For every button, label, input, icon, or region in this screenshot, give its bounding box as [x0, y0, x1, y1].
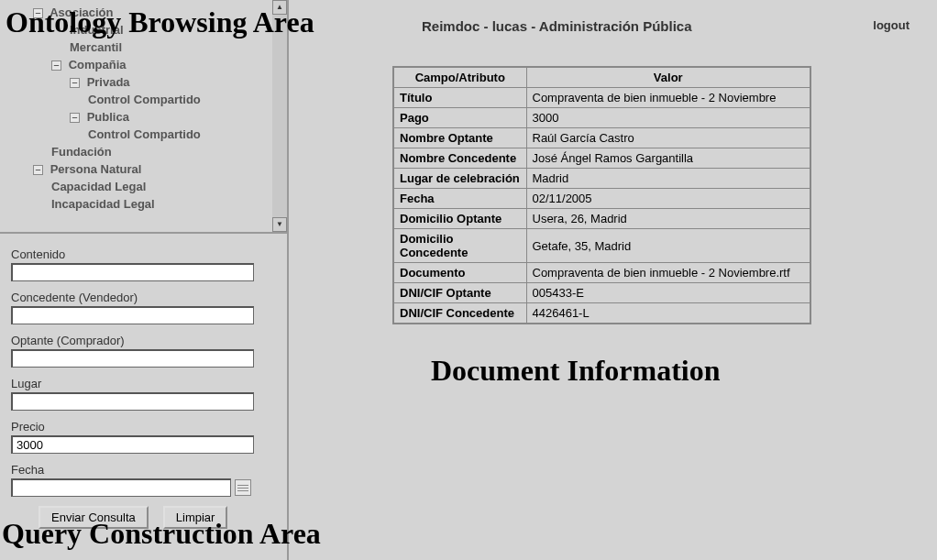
tree-toggle-icon[interactable]: − [70, 113, 80, 123]
tree-toggle-icon[interactable]: − [70, 78, 80, 88]
table-cell-field: Pago [393, 108, 526, 128]
tree-toggle-icon[interactable]: − [51, 60, 61, 71]
concedente-input[interactable] [11, 306, 254, 324]
table-cell-field: DNI/CIF Concedente [393, 303, 526, 324]
top-bar: Reimdoc - lucas - Administración Pública… [422, 18, 928, 34]
table-cell-value: 3000 [526, 108, 810, 128]
tree-node-fundacion[interactable]: Fundación [15, 143, 287, 160]
table-row: Domicilio ConcedenteGetafe, 35, Madrid [393, 229, 810, 263]
tree-label[interactable]: Compañia [69, 58, 127, 71]
tree-label[interactable]: Capacidad Legal [51, 180, 146, 193]
scroll-down-icon[interactable]: ▼ [272, 217, 287, 232]
tree-node-persona-natural[interactable]: − Persona Natural [15, 160, 287, 178]
table-cell-value: Raúl García Castro [526, 128, 810, 148]
table-cell-field: Domicilio Concedente [393, 229, 526, 263]
table-cell-field: Fecha [393, 189, 526, 209]
calendar-icon[interactable] [235, 479, 251, 496]
table-row: Fecha02/11/2005 [393, 189, 810, 209]
precio-label: Precio [11, 420, 277, 434]
table-header-value: Valor [526, 67, 810, 88]
table-row: DNI/CIF Concedente4426461-L [393, 303, 810, 324]
table-cell-value: Getafe, 35, Madrid [526, 229, 810, 263]
table-row: TítuloCompraventa de bien inmueble - 2 N… [393, 88, 810, 108]
tree-label[interactable]: Mercantil [70, 40, 122, 54]
optante-input[interactable] [11, 349, 254, 368]
heading-ontology-browsing: Ontology Browsing Area [6, 5, 314, 39]
table-cell-value: Compraventa de bien inmueble - 2 Noviemb… [526, 263, 810, 283]
table-cell-field: DNI/CIF Optante [393, 283, 526, 303]
table-row: Pago3000 [393, 108, 810, 128]
tree-toggle-icon[interactable]: − [33, 165, 43, 175]
table-cell-value: Madrid [526, 169, 810, 189]
contenido-input[interactable] [11, 263, 254, 281]
tree-node-control-compartido-1[interactable]: Control Compartido [15, 91, 287, 108]
table-header-field: Campo/Atributo [393, 67, 526, 88]
table-cell-field: Nombre Concedente [393, 148, 526, 169]
fecha-input[interactable] [11, 478, 231, 497]
tree-label[interactable]: Control Compartido [88, 93, 201, 106]
tree-label[interactable]: Persona Natural [50, 162, 142, 176]
table-cell-field: Lugar de celebración [393, 169, 526, 189]
table-cell-value: 4426461-L [526, 303, 810, 324]
table-row: Domicilio OptanteUsera, 26, Madrid [393, 209, 810, 229]
tree-node-privada[interactable]: − Privada [15, 73, 287, 91]
tree-node-compania[interactable]: − Compañia [15, 56, 287, 73]
tree-label[interactable]: Fundación [51, 145, 112, 159]
table-cell-field: Domicilio Optante [393, 209, 526, 229]
tree-node-incapacidad-legal[interactable]: Incapacidad Legal [15, 195, 287, 213]
table-cell-value: Compraventa de bien inmueble - 2 Noviemb… [526, 88, 810, 108]
tree-label[interactable]: Publica [87, 110, 129, 124]
query-form: Contenido Concedente (Vendedor) Optante … [11, 247, 277, 529]
table-cell-field: Documento [393, 263, 526, 283]
tree-label[interactable]: Control Compartido [88, 127, 201, 141]
breadcrumb: Reimdoc - lucas - Administración Pública [422, 18, 692, 34]
document-info-table: Campo/Atributo Valor TítuloCompraventa d… [392, 66, 811, 324]
table-row: Nombre ConcedenteJosé Ángel Ramos Gargan… [393, 148, 810, 169]
logout-link[interactable]: logout [873, 18, 909, 34]
heading-query-construction: Query Construction Area [2, 517, 321, 551]
tree-node-capacidad-legal[interactable]: Capacidad Legal [15, 178, 287, 195]
vertical-divider [287, 234, 289, 560]
tree-label[interactable]: Privada [87, 75, 130, 89]
table-row: DocumentoCompraventa de bien inmueble - … [393, 263, 810, 283]
concedente-label: Concedente (Vendedor) [11, 291, 277, 304]
table-cell-value: 02/11/2005 [526, 189, 810, 209]
tree-node-publica[interactable]: − Publica [15, 108, 287, 126]
table-row: Lugar de celebraciónMadrid [393, 169, 810, 189]
table-cell-value: 005433-E [526, 283, 810, 303]
precio-input[interactable] [11, 435, 254, 454]
table-cell-field: Título [393, 88, 526, 108]
optante-label: Optante (Comprador) [11, 334, 277, 347]
lugar-input[interactable] [11, 392, 254, 411]
table-row: DNI/CIF Optante005433-E [393, 283, 810, 303]
tree-label[interactable]: Incapacidad Legal [51, 197, 155, 211]
table-row: Nombre OptanteRaúl García Castro [393, 128, 810, 148]
lugar-label: Lugar [11, 377, 277, 390]
contenido-label: Contenido [11, 247, 277, 261]
fecha-label: Fecha [11, 463, 277, 477]
heading-document-information: Document Information [431, 354, 721, 388]
table-cell-field: Nombre Optante [393, 128, 526, 148]
table-cell-value: Usera, 26, Madrid [526, 209, 810, 229]
table-cell-value: José Ángel Ramos Gargantilla [526, 148, 810, 169]
tree-node-mercantil[interactable]: Mercantil [15, 38, 287, 56]
tree-node-control-compartido-2[interactable]: Control Compartido [15, 126, 287, 143]
